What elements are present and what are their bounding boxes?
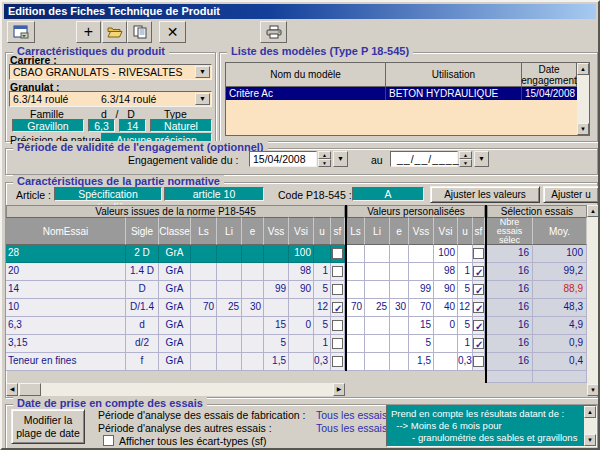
column-header-date[interactable]: Date engagement xyxy=(522,63,577,87)
custom-value-cell[interactable]: 99 xyxy=(409,281,434,299)
custom-value-cell[interactable] xyxy=(390,245,409,263)
sf-checkbox[interactable] xyxy=(473,320,484,331)
carriere-combo[interactable]: CBAO GRANULATS - RIVESALTES ▼ xyxy=(9,64,212,80)
sf-checkbox[interactable] xyxy=(332,266,343,277)
info-scrollbar[interactable]: ▲ ▼ xyxy=(584,406,596,446)
essai-row[interactable]: 10D/1.4GrA70253012 xyxy=(6,299,345,317)
custom-value-cell[interactable] xyxy=(365,281,390,299)
scroll-right-icon[interactable]: ▶ xyxy=(333,383,345,396)
valid-to-calendar-dropdown[interactable]: ▼ xyxy=(474,151,489,167)
title-bar[interactable]: Edition des Fiches Technique de Produit xyxy=(4,4,596,19)
custom-value-cell[interactable] xyxy=(390,335,409,353)
custom-value-cell[interactable] xyxy=(390,353,409,371)
sf-checkbox[interactable] xyxy=(473,338,484,349)
custom-value-cell[interactable]: 25 xyxy=(365,299,390,317)
custom-value-cell[interactable]: 5 xyxy=(409,335,434,353)
sf-checkbox[interactable] xyxy=(332,356,343,367)
show-sf-checkbox[interactable] xyxy=(103,435,114,446)
custom-value-cell[interactable] xyxy=(347,281,365,299)
custom-value-cell[interactable]: 70 xyxy=(409,299,434,317)
sf-checkbox[interactable] xyxy=(332,320,343,331)
spin-up-icon[interactable]: ▲ xyxy=(318,151,331,159)
custom-value-cell[interactable] xyxy=(365,335,390,353)
scroll-up-icon[interactable]: ▲ xyxy=(577,63,589,75)
custom-value-cell[interactable] xyxy=(409,263,434,281)
custom-value-cell[interactable]: 70 xyxy=(347,299,365,317)
custom-value-cell[interactable]: 90 xyxy=(434,281,458,299)
custom-value-cell[interactable]: 1 xyxy=(458,335,473,353)
custom-value-cell[interactable]: 40 xyxy=(434,299,458,317)
spin-down-icon[interactable]: ▼ xyxy=(318,159,331,167)
copy-button[interactable] xyxy=(127,21,152,43)
adjust-values-button[interactable]: Ajuster les valeurs spécifiées xyxy=(430,186,540,203)
spin-up-icon[interactable]: ▲ xyxy=(459,151,472,159)
grid-vscrollbar[interactable]: ▲ ▼ xyxy=(587,205,599,396)
grid-hscrollbar[interactable]: ◀ ▶ xyxy=(6,383,345,396)
scroll-down-icon[interactable]: ▼ xyxy=(577,123,589,135)
custom-value-cell[interactable] xyxy=(365,353,390,371)
custom-value-cell[interactable]: 15 xyxy=(409,317,434,335)
custom-value-cell[interactable] xyxy=(434,335,458,353)
add-button[interactable]: + xyxy=(76,21,101,43)
custom-value-cell[interactable] xyxy=(390,281,409,299)
open-button[interactable] xyxy=(102,21,127,43)
chevron-down-icon[interactable]: ▼ xyxy=(195,93,210,105)
adjust-u-button[interactable]: Ajuster u xyxy=(543,186,599,203)
custom-value-cell[interactable]: 5 xyxy=(458,317,473,335)
model-row[interactable]: Critère Ac BETON HYDRAULIQUE 15/04/2008 xyxy=(226,87,589,100)
modify-date-range-button[interactable]: Modifier la plage de date xyxy=(11,409,85,444)
custom-value-cell[interactable]: 0 xyxy=(434,317,458,335)
custom-value-cell[interactable] xyxy=(347,353,365,371)
sf-checkbox[interactable] xyxy=(332,302,343,313)
scroll-up-icon[interactable]: ▲ xyxy=(587,205,599,217)
chevron-down-icon[interactable]: ▼ xyxy=(195,66,210,78)
models-scrollbar[interactable]: ▲ ▼ xyxy=(577,63,589,135)
custom-value-cell[interactable]: 100 xyxy=(434,245,458,263)
valid-to-spinner[interactable]: ▲ ▼ xyxy=(459,151,472,167)
custom-value-cell[interactable]: 5 xyxy=(458,281,473,299)
custom-value-cell[interactable] xyxy=(365,317,390,335)
form-button[interactable] xyxy=(7,21,35,43)
custom-value-cell[interactable] xyxy=(434,353,458,371)
essai-row[interactable]: Teneur en finesfGrA1,50,3 xyxy=(6,353,345,371)
custom-value-cell[interactable] xyxy=(365,263,390,281)
sf-checkbox[interactable] xyxy=(473,302,484,313)
delete-button[interactable]: ✕ xyxy=(159,21,186,43)
valid-from-input[interactable]: 15/04/2008 xyxy=(249,151,317,167)
custom-value-cell[interactable]: 30 xyxy=(390,299,409,317)
valid-from-spinner[interactable]: ▲ ▼ xyxy=(318,151,331,167)
essai-row[interactable]: 3,15d/2GrA51 xyxy=(6,335,345,353)
custom-value-cell[interactable] xyxy=(409,245,434,263)
custom-value-cell[interactable] xyxy=(458,245,473,263)
custom-value-cell[interactable]: 1 xyxy=(458,263,473,281)
valid-from-calendar-dropdown[interactable]: ▼ xyxy=(333,151,348,167)
valid-to-input[interactable]: __/__/____ xyxy=(390,151,458,167)
custom-value-cell[interactable] xyxy=(390,263,409,281)
sf-checkbox[interactable] xyxy=(332,248,343,259)
scroll-up-icon[interactable]: ▲ xyxy=(584,406,596,418)
sf-checkbox[interactable] xyxy=(332,338,343,349)
spin-down-icon[interactable]: ▼ xyxy=(459,159,472,167)
custom-value-cell[interactable]: 12 xyxy=(458,299,473,317)
sf-checkbox[interactable] xyxy=(473,266,484,277)
column-header-nom[interactable]: Nom du modèle xyxy=(226,63,386,87)
column-header-utilisation[interactable]: Utilisation xyxy=(386,63,522,87)
custom-value-cell[interactable] xyxy=(390,317,409,335)
essai-row[interactable]: 14DGrA99905 xyxy=(6,281,345,299)
custom-value-cell[interactable]: 98 xyxy=(434,263,458,281)
sf-checkbox[interactable] xyxy=(473,248,484,259)
scroll-left-icon[interactable]: ◀ xyxy=(6,383,18,396)
custom-value-cell[interactable]: 0,3 xyxy=(458,353,473,371)
hscroll-thumb[interactable] xyxy=(19,383,41,396)
essai-row[interactable]: 282 DGrA100 xyxy=(6,245,345,263)
print-button[interactable] xyxy=(260,21,287,43)
essai-row[interactable]: 6,3dGrA1505 xyxy=(6,317,345,335)
custom-value-cell[interactable] xyxy=(365,245,390,263)
scroll-down-icon[interactable]: ▼ xyxy=(587,384,599,396)
sf-checkbox[interactable] xyxy=(473,284,484,295)
granulat-combo[interactable]: 6.3/14 roulé 6.3/14 roulé ▼ xyxy=(9,91,212,107)
custom-value-cell[interactable] xyxy=(347,317,365,335)
custom-value-cell[interactable] xyxy=(347,263,365,281)
scroll-down-icon[interactable]: ▼ xyxy=(584,434,596,446)
custom-value-cell[interactable] xyxy=(347,245,365,263)
